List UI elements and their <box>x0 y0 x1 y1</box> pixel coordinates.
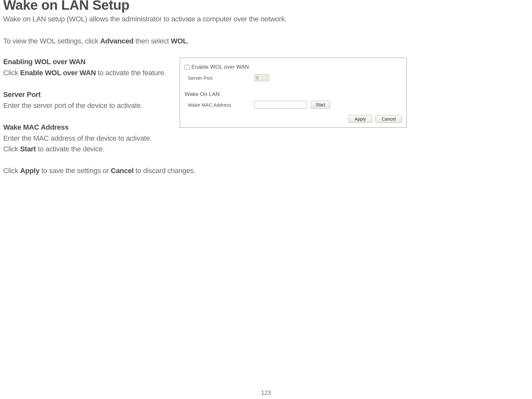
enable-wol-checkbox[interactable] <box>185 65 189 70</box>
apply-button[interactable]: Apply <box>348 115 372 123</box>
cancel-button[interactable]: Cancel <box>375 115 402 123</box>
final-pre: Click <box>3 167 20 175</box>
server-port-input <box>254 74 269 81</box>
sec1-bold: Enable WOL over WAN <box>20 69 96 77</box>
enable-wol-label: Enable WOL over WAN <box>191 64 249 70</box>
final-post: to discard changes. <box>134 167 196 175</box>
sec3-bold: Start <box>20 145 36 153</box>
sec3-post: to activate the device. <box>36 145 105 153</box>
final-mid: to save the settings or <box>40 167 111 175</box>
section1-text: Click Enable WOL over WAN to activate th… <box>3 67 172 78</box>
mac-address-input[interactable] <box>254 101 307 109</box>
final-cancel: Cancel <box>111 167 134 175</box>
section2-title: Server Port <box>3 90 172 99</box>
wol-settings-panel: Enable WOL over WAN Server Port Wake On … <box>180 58 407 128</box>
intro-text: Wake on LAN setup (WOL) allows the admin… <box>3 15 529 23</box>
sec1-pre: Click <box>3 69 20 77</box>
section3-text: Enter the MAC address of the device to a… <box>3 133 172 154</box>
sec3-line1: Enter the MAC address of the device to a… <box>3 134 152 142</box>
nav-wol: WOL <box>171 37 187 45</box>
nav-pre: To view the WOL settings, click <box>3 37 100 45</box>
nav-post: . <box>187 37 189 45</box>
server-port-label: Server Port <box>188 75 254 81</box>
nav-instruction: To view the WOL settings, click Advanced… <box>3 37 529 45</box>
sec1-post: to activate the feature. <box>96 69 166 77</box>
section3-title: Wake MAC Address <box>3 123 172 132</box>
final-apply: Apply <box>20 167 40 175</box>
final-instruction: Click Apply to save the settings or Canc… <box>3 167 529 175</box>
sec3-pre: Click <box>3 145 20 153</box>
section2-text: Enter the server port of the device to a… <box>3 100 172 111</box>
start-button[interactable]: Start <box>311 101 330 109</box>
wol-section-header: Wake On LAN <box>185 91 402 98</box>
section1-title: Enabling WOL over WAN <box>3 58 172 66</box>
page-title: Wake on LAN Setup <box>3 0 529 13</box>
nav-mid: then select <box>134 37 171 45</box>
page-number: 123 <box>261 390 271 396</box>
nav-advanced: Advanced <box>100 37 134 45</box>
mac-address-label: Wake MAC Address <box>188 102 254 108</box>
